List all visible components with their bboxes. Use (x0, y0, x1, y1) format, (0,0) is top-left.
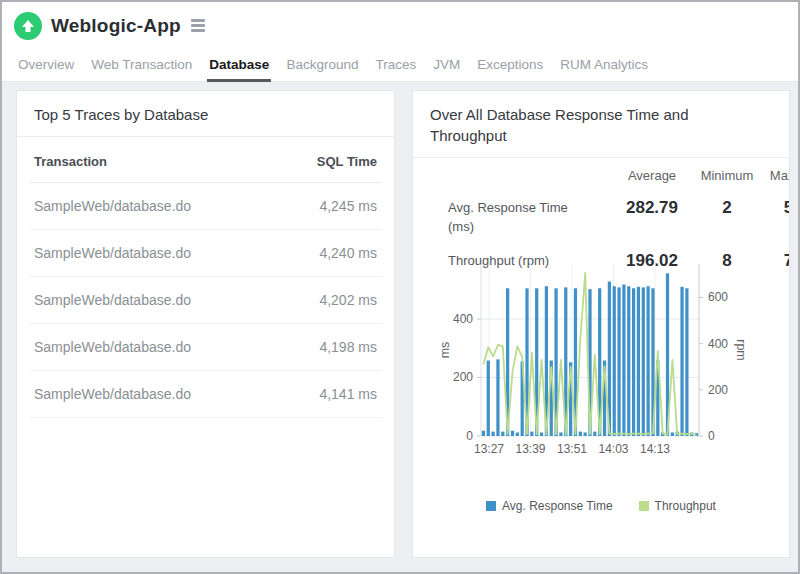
trace-table-body: SampleWeb/database.do 4,245 ms SampleWeb… (29, 183, 382, 418)
svg-text:13:27: 13:27 (474, 442, 504, 456)
tab-web-transaction[interactable]: Web Transaction (89, 49, 194, 82)
sql-time-value: 4,141 ms (319, 386, 377, 402)
avg-response-maximum: 556 (758, 198, 790, 218)
sql-time-value: 4,240 ms (319, 245, 377, 261)
trace-table-header: Transaction SQL Time (29, 137, 382, 183)
up-arrow-icon (21, 19, 35, 33)
tab-jvm[interactable]: JVM (431, 49, 462, 82)
svg-text:13:39: 13:39 (515, 442, 545, 456)
app-window: Weblogic-App Overview Web Transaction Da… (0, 0, 800, 574)
trace-table: Transaction SQL Time SampleWeb/database.… (29, 137, 382, 418)
divider (413, 157, 789, 158)
sql-time-value: 4,198 ms (319, 339, 377, 355)
stats-row-label: Avg. Response Time (ms) (448, 198, 608, 236)
svg-text:rpm: rpm (734, 339, 748, 361)
legend-item[interactable]: Throughput (639, 499, 716, 513)
transaction-name[interactable]: SampleWeb/database.do (34, 339, 191, 355)
svg-text:14:03: 14:03 (598, 442, 628, 456)
transaction-name[interactable]: SampleWeb/database.do (34, 198, 191, 214)
svg-text:200: 200 (453, 370, 473, 384)
svg-text:14:13: 14:13 (640, 442, 670, 456)
app-status-icon (14, 12, 42, 40)
top-traces-panel: Top 5 Traces by Database Transaction SQL… (16, 90, 395, 558)
table-row[interactable]: SampleWeb/database.do 4,198 ms (29, 324, 382, 371)
table-row[interactable]: SampleWeb/database.do 4,245 ms (29, 183, 382, 230)
panel-title: Over All Database Response Time and Thro… (413, 91, 723, 157)
avg-response-average: 282.79 (608, 198, 696, 218)
table-row[interactable]: SampleWeb/database.do 4,240 ms (29, 230, 382, 277)
stats-header-minimum: Minimum (696, 168, 758, 183)
legend-label: Avg. Response Time (502, 499, 613, 513)
tab-overview[interactable]: Overview (16, 49, 76, 82)
legend-item[interactable]: Avg. Response Time (486, 499, 613, 513)
content-area: Top 5 Traces by Database Transaction SQL… (2, 82, 798, 572)
col-transaction: Transaction (34, 154, 107, 169)
svg-text:0: 0 (466, 429, 473, 443)
tab-traces[interactable]: Traces (373, 49, 418, 82)
svg-text:13:51: 13:51 (557, 442, 587, 456)
svg-text:400: 400 (708, 337, 728, 351)
legend-swatch-line (639, 501, 649, 511)
app-header: Weblogic-App (2, 2, 798, 49)
col-sql-time: SQL Time (317, 154, 377, 169)
table-row[interactable]: SampleWeb/database.do 4,141 ms (29, 371, 382, 418)
db-overview-panel: Over All Database Response Time and Thro… (412, 90, 790, 558)
menu-icon[interactable] (188, 16, 208, 35)
table-row[interactable]: SampleWeb/database.do 4,202 ms (29, 277, 382, 324)
transaction-name[interactable]: SampleWeb/database.do (34, 386, 191, 402)
svg-text:0: 0 (708, 429, 715, 443)
tab-bar: Overview Web Transaction Database Backgr… (2, 49, 798, 82)
stats-header-average: Average (608, 168, 696, 183)
svg-text:ms: ms (439, 342, 452, 359)
tab-exceptions[interactable]: Exceptions (475, 49, 545, 82)
tab-rum-analytics[interactable]: RUM Analytics (558, 49, 650, 82)
stats-table: Average Minimum Maximum Avg. Response Ti… (413, 168, 790, 271)
avg-response-minimum: 2 (696, 198, 758, 218)
legend-label: Throughput (655, 499, 716, 513)
panel-title: Top 5 Traces by Database (17, 91, 394, 136)
tab-background[interactable]: Background (284, 49, 360, 82)
tab-database[interactable]: Database (207, 49, 271, 82)
transaction-name[interactable]: SampleWeb/database.do (34, 292, 191, 308)
legend-swatch-bar (486, 501, 496, 511)
app-title: Weblogic-App (51, 15, 181, 37)
svg-text:400: 400 (453, 312, 473, 326)
sql-time-value: 4,202 ms (319, 292, 377, 308)
response-throughput-chart[interactable]: 0200400600020040013:2713:3913:5114:0314:… (439, 257, 771, 469)
transaction-name[interactable]: SampleWeb/database.do (34, 245, 191, 261)
svg-text:600: 600 (708, 290, 728, 304)
svg-text:200: 200 (708, 383, 728, 397)
stats-header-maximum: Maximum (758, 168, 790, 183)
chart-legend: Avg. Response Time Throughput (413, 499, 789, 513)
sql-time-value: 4,245 ms (319, 198, 377, 214)
